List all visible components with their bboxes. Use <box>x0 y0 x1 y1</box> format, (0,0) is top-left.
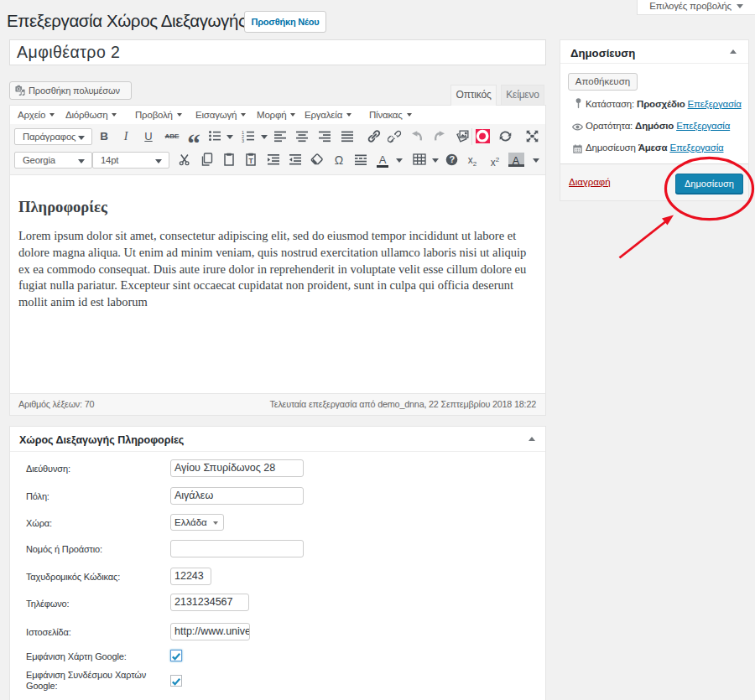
svg-text:3: 3 <box>242 138 244 143</box>
svg-text:?: ? <box>449 154 455 164</box>
svg-text:T: T <box>249 157 254 165</box>
